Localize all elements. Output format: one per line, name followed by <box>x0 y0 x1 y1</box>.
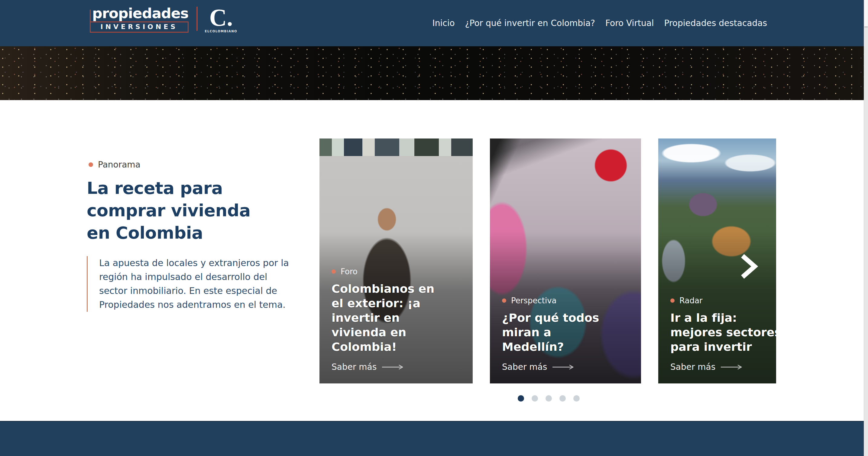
feature-title-line-3: en Colombia <box>87 223 203 243</box>
card-category-row: Perspectiva <box>502 296 637 305</box>
card-title-line: Ir a la fija: <box>670 310 776 325</box>
chevron-right-icon <box>739 253 760 279</box>
hero-banner <box>0 46 868 100</box>
card-category-row: Foro <box>332 267 468 276</box>
el-colombiano-name: ELCOLOMBIANO <box>205 30 237 33</box>
category-dot-icon <box>502 299 506 303</box>
logo-tick-decoration <box>90 10 91 22</box>
card-title-line: vivienda en <box>332 325 468 340</box>
feature-title-line-2: comprar vivienda <box>87 201 251 220</box>
card-title-line: el exterior: ¡a <box>332 296 468 310</box>
carousel-dot-1[interactable] <box>518 395 524 402</box>
card-title-line: para invertir <box>670 340 776 354</box>
nav-link-foro-virtual[interactable]: Foro Virtual <box>606 19 654 28</box>
nav-link-propiedades-destacadas[interactable]: Propiedades destacadas <box>664 19 767 28</box>
nav-link-por-que-invertir[interactable]: ¿Por qué invertir en Colombia? <box>465 19 595 28</box>
category-dot-icon <box>670 299 675 303</box>
feature-category-row: Panorama <box>87 160 310 170</box>
category-dot-icon <box>89 162 93 167</box>
logo-propiedades: propiedades INVERSIONES <box>90 6 189 33</box>
logo-primary-text: propiedades <box>90 6 189 20</box>
card-title-line: Colombia! <box>332 340 468 354</box>
card-title-line: invertir en <box>332 310 468 325</box>
nav-link-inicio[interactable]: Inicio <box>433 19 455 28</box>
card-title-line: Colombianos en <box>332 281 468 296</box>
carousel-next-button[interactable] <box>739 253 760 279</box>
arrow-right-icon <box>721 364 743 370</box>
hero-carousel-indicator[interactable] <box>423 113 429 119</box>
main-navigation: Inicio ¿Por qué invertir en Colombia? Fo… <box>433 0 767 46</box>
saber-mas-link[interactable]: Saber más <box>332 362 468 372</box>
page-footer <box>0 421 868 456</box>
saber-mas-label: Saber más <box>502 362 547 372</box>
card-title-line: miran a <box>502 325 637 340</box>
card-title-line: Medellín? <box>502 340 637 354</box>
feature-title-line-1: La receta para <box>87 178 223 198</box>
logo-divider <box>196 7 198 31</box>
card-category-label: Perspectiva <box>511 296 557 305</box>
arrow-right-icon <box>553 364 575 370</box>
carousel-dots <box>518 395 580 402</box>
saber-mas-label: Saber más <box>332 362 377 372</box>
saber-mas-link[interactable]: Saber más <box>670 362 776 372</box>
carousel-dot-5[interactable] <box>573 395 580 402</box>
feature-category-label: Panorama <box>98 160 141 170</box>
carousel-dot-4[interactable] <box>559 395 566 402</box>
feature-title: La receta para comprar vivienda en Colom… <box>87 177 310 244</box>
article-card-foro[interactable]: Foro Colombianos en el exterior: ¡a inve… <box>319 139 473 384</box>
arrow-right-icon <box>382 364 404 370</box>
card-title-line: mejores sectores <box>670 325 776 340</box>
article-carousel: Foro Colombianos en el exterior: ¡a inve… <box>319 139 776 384</box>
card-category-label: Foro <box>341 267 358 276</box>
card-content: Foro Colombianos en el exterior: ¡a inve… <box>319 267 473 384</box>
carousel-dot-2[interactable] <box>532 395 538 402</box>
card-content: Perspectiva ¿Por qué todos miran a Medel… <box>490 296 641 384</box>
category-dot-icon <box>332 269 336 274</box>
feature-panorama: Panorama La receta para comprar vivienda… <box>87 160 310 321</box>
logo-inversiones-box: INVERSIONES <box>90 22 189 33</box>
card-title-line: ¿Por qué todos <box>502 310 637 325</box>
vertical-scrollbar-thumb[interactable] <box>864 0 868 27</box>
page: propiedades INVERSIONES C. ELCOLOMBIANO … <box>0 0 868 456</box>
top-navbar: propiedades INVERSIONES C. ELCOLOMBIANO … <box>0 0 868 46</box>
logo-secondary-text: INVERSIONES <box>100 23 178 31</box>
el-colombiano-initial: C. <box>209 6 233 29</box>
site-logo[interactable]: propiedades INVERSIONES C. ELCOLOMBIANO <box>90 6 237 33</box>
el-colombiano-logo[interactable]: C. ELCOLOMBIANO <box>205 6 237 33</box>
feature-description: La apuesta de locales y extranjeros por … <box>87 256 292 312</box>
vertical-scrollbar-track[interactable] <box>864 0 868 456</box>
card-content: Radar Ir a la fija: mejores sectores par… <box>658 296 776 384</box>
carousel-dot-3[interactable] <box>546 395 552 402</box>
card-category-label: Radar <box>679 296 703 305</box>
saber-mas-link[interactable]: Saber más <box>502 362 637 372</box>
card-category-row: Radar <box>670 296 776 305</box>
article-card-perspectiva[interactable]: Perspectiva ¿Por qué todos miran a Medel… <box>490 139 641 384</box>
saber-mas-label: Saber más <box>670 362 715 372</box>
